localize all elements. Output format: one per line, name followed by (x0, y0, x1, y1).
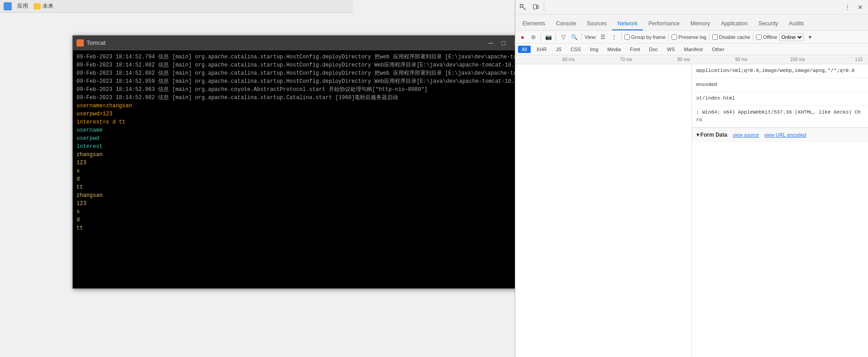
filter-tab-manifest[interactable]: Manifest (681, 46, 707, 53)
throttle-chevron[interactable]: ▾ (806, 33, 815, 42)
tab-console[interactable]: Console (551, 18, 581, 30)
svg-rect-3 (537, 5, 538, 9)
form-data-bar: ▾ Form Data view source view URL encoded (692, 128, 868, 142)
tomcat-icon (77, 39, 84, 47)
console-line: 09-Feb-2023 18:14:52.959 信息 [main] org.a… (77, 77, 521, 86)
user-agent-value: ; Win64; x64) AppleWebKit/537.36 (KHTML,… (696, 109, 864, 124)
network-toolbar: ● ⊘ 📷 ▽ 🔍 View: ☰ ⋮ Group by frame Prese… (515, 31, 868, 43)
console-line: userpwd=123 (77, 110, 521, 118)
group-by-frame-group[interactable]: Group by frame (624, 34, 666, 40)
view-encoded-link[interactable]: view URL encoded (764, 132, 806, 138)
record-button[interactable]: ● (518, 33, 527, 42)
toolbar-sep-5 (668, 33, 669, 41)
tab-application[interactable]: Application (715, 18, 753, 30)
network-filter-bar: AllXHRJSCSSImgMediaFontDocWSManifestOthe… (515, 43, 868, 55)
console-line: d (77, 175, 521, 183)
svg-line-1 (523, 8, 526, 10)
filter-tab-img[interactable]: Img (586, 46, 602, 53)
view-source-link[interactable]: view source (733, 132, 759, 138)
devtools-panel: ⋮ ✕ ElementsConsoleSourcesNetworkPerform… (515, 0, 868, 357)
console-line: 09-Feb-2023 18:14:52.982 信息 [main] org.a… (77, 94, 521, 102)
console-line: tt (77, 224, 521, 232)
network-content: application/xml;q=0.9,image/webp,image/a… (515, 64, 868, 357)
view-label: View: (585, 34, 597, 40)
toolbar-separator (544, 3, 544, 12)
tab-memory[interactable]: Memory (685, 18, 715, 30)
camera-button[interactable]: 📷 (544, 33, 553, 42)
offline-group[interactable]: Offline (756, 34, 777, 40)
ruler-label: 100 ms (749, 57, 807, 62)
url-path-section: st/index.html (692, 92, 868, 106)
list-view-button[interactable]: ☰ (599, 33, 608, 42)
filter-tab-css[interactable]: CSS (567, 46, 585, 53)
tab-elements[interactable]: Elements (517, 18, 551, 30)
filter-tab-media[interactable]: Media (604, 46, 624, 53)
minimize-button[interactable]: ─ (486, 38, 496, 48)
ruler-label: 80 ms (634, 57, 691, 62)
request-details[interactable]: application/xml;q=0.9,image/webp,image/a… (692, 64, 868, 357)
inspect-element-button[interactable] (517, 1, 529, 13)
filter-tab-all[interactable]: All (518, 46, 531, 53)
user-agent-section: ; Win64; x64) AppleWebKit/537.36 (KHTML,… (692, 106, 868, 128)
filter-tab-js[interactable]: JS (552, 46, 565, 53)
ruler-label: 70 ms (576, 57, 634, 62)
request-list[interactable] (515, 64, 692, 357)
filter-tab-xhr[interactable]: XHR (532, 46, 550, 53)
toolbar-sep-1 (541, 33, 541, 41)
console-line: d (77, 216, 521, 224)
close-devtools-button[interactable]: ✕ (854, 1, 866, 13)
tab-performance[interactable]: Performance (643, 18, 685, 30)
console-line: zhangsan (77, 191, 521, 200)
timeline-ruler: 60 ms70 ms80 ms90 ms100 ms110 (515, 55, 868, 64)
filter-tab-doc[interactable]: Doc (645, 46, 662, 53)
tomcat-title: Tomcat (86, 39, 106, 46)
stop-recording-button[interactable]: ⊘ (529, 33, 538, 42)
waterfall-view-button[interactable]: ⋮ (609, 33, 619, 42)
console-line: tt (77, 183, 521, 191)
console-line: zhangsan (77, 151, 521, 159)
console-line: username (77, 126, 521, 134)
filter-tab-other[interactable]: Other (708, 46, 728, 53)
group-by-frame-checkbox[interactable] (624, 34, 630, 40)
group-by-frame-label: Group by frame (631, 34, 666, 40)
devtools-tabbar: ElementsConsoleSourcesNetworkPerformance… (515, 14, 868, 31)
url-path-value: st/index.html (696, 95, 864, 103)
tomcat-window: Tomcat ─ □ ✕ 09-Feb-2023 18:14:52.794 信息… (72, 35, 525, 289)
maximize-button[interactable]: □ (499, 38, 508, 48)
taskbar: 应用 未来 (0, 0, 353, 13)
console-line: 09-Feb-2023 18:14:52.882 信息 [main] org.a… (77, 69, 521, 77)
app-label: 应用 (17, 2, 28, 10)
folder-item[interactable]: 未来 (34, 2, 53, 10)
ruler-label: 90 ms (692, 57, 749, 62)
filter-button[interactable]: ▽ (559, 33, 568, 42)
disable-cache-checkbox[interactable] (712, 34, 718, 40)
tab-sources[interactable]: Sources (581, 18, 612, 30)
more-options-button[interactable]: ⋮ (842, 1, 854, 13)
console-line: username=zhangsan (77, 102, 521, 110)
tomcat-console[interactable]: 09-Feb-2023 18:14:52.794 信息 [main] org.a… (73, 50, 525, 288)
offline-label: Offline (763, 34, 777, 40)
filter-tab-font[interactable]: Font (626, 46, 643, 53)
encoding-section: encoded (692, 78, 868, 92)
disable-cache-label: Disable cache (719, 34, 750, 40)
console-line: interest=s d tt (77, 118, 521, 126)
tab-security[interactable]: Security (753, 18, 783, 30)
preserve-log-label: Preserve log (678, 34, 706, 40)
preserve-log-checkbox[interactable] (671, 34, 677, 40)
filter-tab-ws[interactable]: WS (663, 46, 679, 53)
disable-cache-group[interactable]: Disable cache (712, 34, 750, 40)
console-line: userpwd (77, 134, 521, 143)
search-button[interactable]: 🔍 (570, 33, 579, 42)
throttle-select[interactable]: Online (779, 33, 804, 41)
preserve-log-group[interactable]: Preserve log (671, 34, 706, 40)
console-line: 123 (77, 159, 521, 167)
device-toolbar-button[interactable] (530, 1, 542, 13)
svg-rect-0 (520, 5, 523, 7)
form-data-label: ▾ Form Data (696, 132, 728, 138)
tab-audits[interactable]: Audits (783, 18, 809, 30)
tab-network[interactable]: Network (612, 18, 643, 30)
ruler-label: 110 (807, 57, 864, 62)
offline-checkbox[interactable] (756, 34, 762, 40)
tomcat-titlebar: Tomcat ─ □ ✕ (73, 36, 525, 50)
folder-icon (34, 3, 41, 10)
